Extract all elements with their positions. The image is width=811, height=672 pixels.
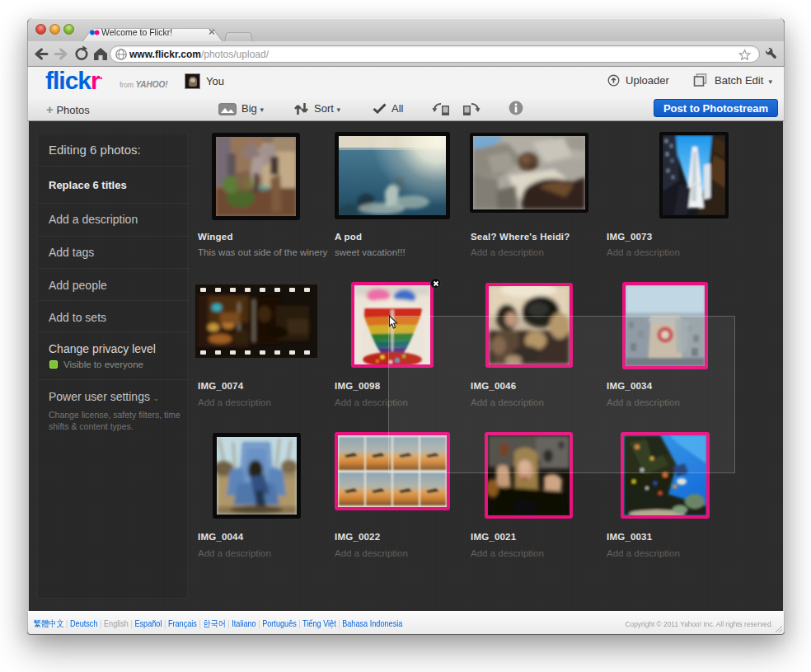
svg-text:Welcome to Flickr!: Welcome to Flickr! [101,27,172,37]
